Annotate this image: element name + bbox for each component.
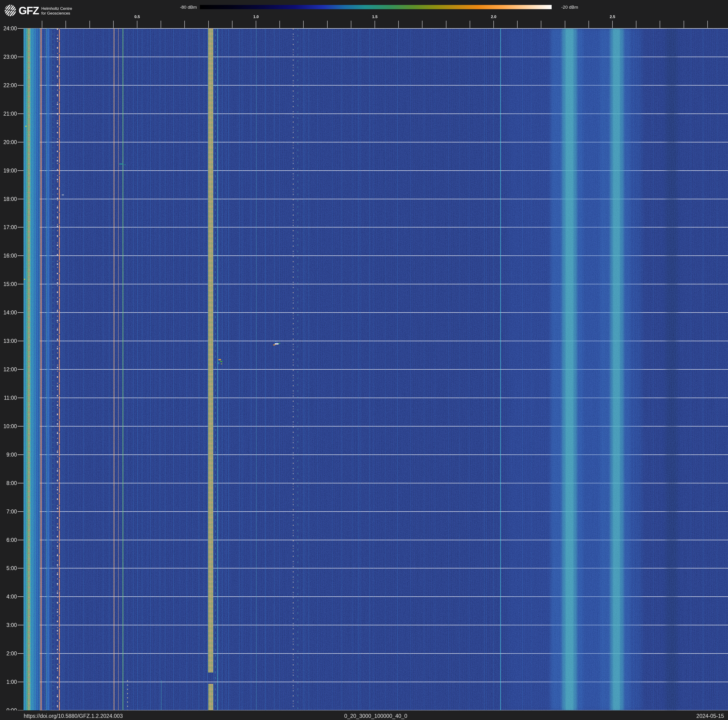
time-label: 1:00 xyxy=(0,679,17,685)
artifact-speck xyxy=(220,361,222,362)
artifact-speck xyxy=(273,345,275,345)
time-axis: 24:0023:0022:0021:0020:0019:0018:0017:00… xyxy=(0,0,23,720)
freq-tick xyxy=(493,21,494,28)
time-label: 11:00 xyxy=(0,395,17,401)
freq-tick-label: 0.5 xyxy=(134,15,140,19)
time-label: 14:00 xyxy=(0,309,17,316)
frequency-axis: 0.51.01.52.02.5 xyxy=(0,0,728,28)
freq-tick xyxy=(470,21,470,28)
freq-tick xyxy=(612,21,613,28)
freq-tick xyxy=(113,21,114,28)
artifact-speck xyxy=(62,195,64,195)
artifact-speck xyxy=(278,343,280,344)
freq-tick xyxy=(660,21,660,28)
freq-tick xyxy=(137,21,138,28)
artifact-speck xyxy=(24,279,25,280)
time-label: 12:00 xyxy=(0,366,17,372)
time-label: 7:00 xyxy=(0,509,17,515)
freq-tick xyxy=(256,21,256,28)
time-label: 21:00 xyxy=(0,111,17,117)
freq-tick xyxy=(161,21,161,28)
freq-tick-label: 1.5 xyxy=(372,15,378,19)
freq-tick xyxy=(707,21,708,28)
artifact-speck xyxy=(277,342,278,343)
dataset-text: 0_20_3000_100000_40_0 xyxy=(23,713,728,719)
freq-tick xyxy=(422,21,422,28)
artifact-speck xyxy=(219,359,221,360)
time-label: 24:00 xyxy=(0,25,17,32)
time-label: 15:00 xyxy=(0,281,17,287)
time-label: 9:00 xyxy=(0,452,17,458)
spectrogram-plot xyxy=(23,28,728,710)
artifact-speck xyxy=(275,343,278,345)
time-label: 22:00 xyxy=(0,82,17,88)
time-label: 6:00 xyxy=(0,537,17,543)
freq-tick xyxy=(280,21,280,28)
time-label: 4:00 xyxy=(0,594,17,600)
freq-tick-label: 2.0 xyxy=(491,15,496,19)
freq-tick xyxy=(517,21,518,28)
time-label: 16:00 xyxy=(0,253,17,259)
time-label: 2:00 xyxy=(0,650,17,657)
freq-tick xyxy=(541,21,541,28)
time-label: 3:00 xyxy=(0,622,17,628)
artifact-speck xyxy=(218,363,219,363)
artifact-speck xyxy=(221,363,222,364)
time-label: 18:00 xyxy=(0,196,17,202)
footer: https://doi.org/10.5880/GFZ.1.2.2024.003… xyxy=(0,710,728,720)
artifact-speck xyxy=(119,164,124,164)
freq-tick xyxy=(42,21,42,28)
freq-tick xyxy=(232,21,232,28)
time-label: 20:00 xyxy=(0,139,17,145)
freq-tick xyxy=(66,21,66,28)
freq-tick xyxy=(684,21,684,28)
time-label: 8:00 xyxy=(0,480,17,486)
freq-tick xyxy=(351,21,351,28)
artifact-speck xyxy=(275,341,276,342)
freq-tick xyxy=(398,21,399,28)
burst-artifacts-layer xyxy=(23,28,728,710)
freq-tick xyxy=(589,21,589,28)
freq-tick xyxy=(184,21,185,28)
freq-tick xyxy=(565,21,565,28)
freq-tick xyxy=(303,21,304,28)
freq-tick xyxy=(208,21,209,28)
artifact-speck xyxy=(124,164,125,165)
time-label: 17:00 xyxy=(0,224,17,230)
time-label: 19:00 xyxy=(0,167,17,174)
time-label: 5:00 xyxy=(0,565,17,571)
freq-tick xyxy=(446,21,447,28)
freq-tick-label: 1.0 xyxy=(253,15,259,19)
time-label: 10:00 xyxy=(0,423,17,429)
freq-tick xyxy=(375,21,375,28)
freq-tick-label: 2.5 xyxy=(610,15,615,19)
date-text: 2024-05-15 xyxy=(696,713,724,719)
artifact-speck xyxy=(25,126,26,127)
time-label: 23:00 xyxy=(0,54,17,60)
freq-tick xyxy=(327,21,327,28)
freq-tick xyxy=(89,21,90,28)
time-label: 13:00 xyxy=(0,338,17,344)
freq-tick xyxy=(636,21,636,28)
